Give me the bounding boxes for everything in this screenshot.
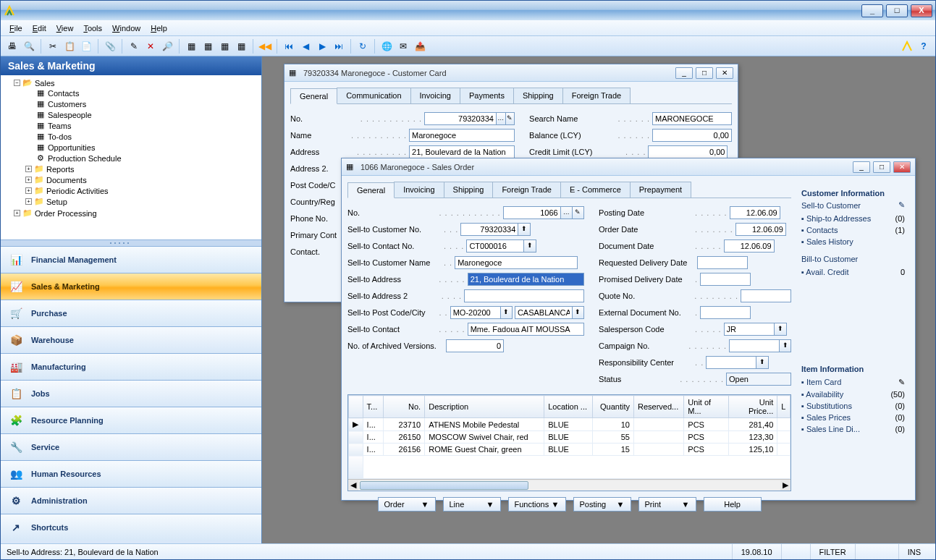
copy-icon[interactable]: 📋 [62,39,77,54]
menu-window[interactable]: Window [108,22,145,34]
list2-icon[interactable]: ▦ [201,39,215,54]
link-shipto[interactable]: ▪ Ship-to Addresses(0) [801,213,905,224]
so-resp-input[interactable] [706,356,756,369]
so-no-lookup[interactable]: … [560,206,573,219]
so-salesperson-input[interactable] [724,323,775,336]
cc-search-input[interactable] [652,112,732,125]
so-contno-lookup[interactable]: ⬆ [523,239,536,253]
link-availcredit[interactable]: ▪ Avail. Credit0 [801,266,905,278]
link-availability[interactable]: ▪ Availability(50) [801,389,905,400]
so-resp-lookup[interactable]: ⬆ [756,356,769,369]
menu-view[interactable]: View [52,22,78,34]
so-addr-input[interactable] [468,273,584,286]
cc-close-button[interactable]: ✕ [716,67,733,79]
edit-item-icon[interactable]: ✎ [898,378,905,387]
title-bar[interactable]: _ □ X [1,1,935,20]
minimize-button[interactable]: _ [861,4,883,17]
col-uom[interactable]: Unit of M... [684,396,729,418]
module-resource-planning[interactable]: 🧩Resource Planning [1,407,261,433]
tree-reports[interactable]: +📁Reports [24,164,261,174]
so-tab-general[interactable]: General [347,182,395,198]
line-button[interactable]: Line▼ [443,497,501,512]
tree-todos[interactable]: ▦To-dos [24,132,261,141]
refresh-icon[interactable]: ↻ [355,39,370,54]
so-tab-invoicing[interactable]: Invoicing [394,182,444,198]
menu-tools[interactable]: Tools [79,22,106,34]
so-contno-input[interactable] [466,239,524,253]
attach-icon[interactable]: 📎 [103,39,117,54]
cc-tab-shipping[interactable]: Shipping [513,88,563,103]
link-icon[interactable]: 🌐 [379,39,394,54]
so-pc-input[interactable] [450,306,501,319]
so-no-input[interactable] [503,206,561,219]
cc-tab-payments[interactable]: Payments [460,88,514,103]
so-reqdate-input[interactable] [697,256,748,269]
edit-customer-icon[interactable]: ✎ [898,200,905,210]
functions-button[interactable]: Functions▼ [508,497,566,512]
so-minimize-button[interactable]: _ [853,161,870,173]
col-location[interactable]: Location ... [544,396,593,418]
cc-credit-input[interactable] [648,145,728,158]
module-administration[interactable]: ⚙Administration [1,487,261,514]
tree-documents[interactable]: +📁Documents [24,175,261,184]
list3-icon[interactable]: ▦ [217,39,232,54]
tree-salespeople[interactable]: ▦Salespeople [24,110,261,119]
link-saleshistory[interactable]: ▪ Sales History [801,236,905,247]
table-row[interactable]: I...26150MOSCOW Swivel Chair, redBLUE55P… [349,431,790,444]
so-tab-ecommerce[interactable]: E - Commerce [560,182,631,198]
module-jobs[interactable]: 📋Jobs [1,380,261,407]
mail-icon[interactable]: ✉ [396,39,410,54]
order-button[interactable]: Order▼ [378,497,436,512]
module-service[interactable]: 🔧Service [1,433,261,460]
so-promdate-input[interactable] [700,273,751,286]
so-quote-input[interactable] [741,289,791,302]
cc-tab-invoicing[interactable]: Invoicing [410,88,460,103]
customer-card-titlebar[interactable]: ▦ 79320334 Maronegoce - Customer Card _ … [284,64,738,82]
posting-button[interactable]: Posting▼ [573,497,631,512]
export-icon[interactable]: 📤 [413,39,427,54]
so-city-lookup[interactable]: ⬆ [572,306,584,319]
link-salesprices[interactable]: ▪ Sales Prices(0) [801,412,905,423]
module-human-resources[interactable]: 👥Human Resources [1,460,261,487]
col-no[interactable]: No. [384,396,425,418]
so-custname-input[interactable] [455,256,578,269]
tree-customers[interactable]: ▦Customers [24,99,261,109]
nav-next-icon[interactable]: ▶ [315,39,329,54]
tree-setup[interactable]: +📁Setup [24,197,261,206]
link-saleslinedisc[interactable]: ▪ Sales Line Di...(0) [801,423,905,435]
so-custno-input[interactable] [460,223,518,236]
list4-icon[interactable]: ▦ [234,39,248,54]
preview-icon[interactable]: 🔍 [22,39,36,54]
cc-tab-communication[interactable]: Communication [337,88,410,103]
so-campaign-input[interactable] [729,339,780,352]
link-itemcard[interactable]: ▪ Item Card✎ [801,376,905,389]
close-button[interactable]: X [911,4,932,17]
tree-periodic-activities[interactable]: +📁Periodic Activities [24,186,261,195]
tree-sales[interactable]: −📂Sales [12,78,261,88]
so-close-button[interactable]: ✕ [893,161,911,173]
so-campaign-lookup[interactable]: ⬆ [779,339,791,352]
module-financial-management[interactable]: 📊Financial Management [1,246,261,273]
col-price[interactable]: Unit Price... [729,396,777,418]
col-l[interactable]: L [777,396,790,418]
paste-icon[interactable]: 📄 [79,39,93,54]
edit-icon[interactable]: ✎ [127,39,141,54]
so-tab-prepayment[interactable]: Prepayment [630,182,691,198]
nav-splitter[interactable] [1,240,261,246]
so-maximize-button[interactable]: □ [873,161,890,173]
menu-edit[interactable]: Edit [28,22,51,34]
so-doc-date-input[interactable] [724,239,775,253]
cc-maximize-button[interactable]: □ [696,67,713,79]
so-posting-date-input[interactable] [730,206,780,219]
table-row[interactable]: I...26156ROME Guest Chair, greenBLUE15PC… [349,444,790,456]
maximize-button[interactable]: □ [886,4,908,17]
so-archived-input[interactable] [446,339,504,352]
cc-address-input[interactable] [409,145,515,158]
module-sales-marketing[interactable]: 📈Sales & Marketing [1,273,261,300]
cc-name-input[interactable] [409,129,515,142]
sales-order-titlebar[interactable]: ▦ 1066 Maronegoce - Sales Order _ □ ✕ [342,158,915,176]
module-manufacturing[interactable]: 🏭Manufacturing [1,353,261,380]
tree-production-schedule[interactable]: ⚙Production Schedule [24,153,261,163]
print-icon[interactable]: 🖶 [5,39,20,54]
cc-minimize-button[interactable]: _ [675,67,693,79]
